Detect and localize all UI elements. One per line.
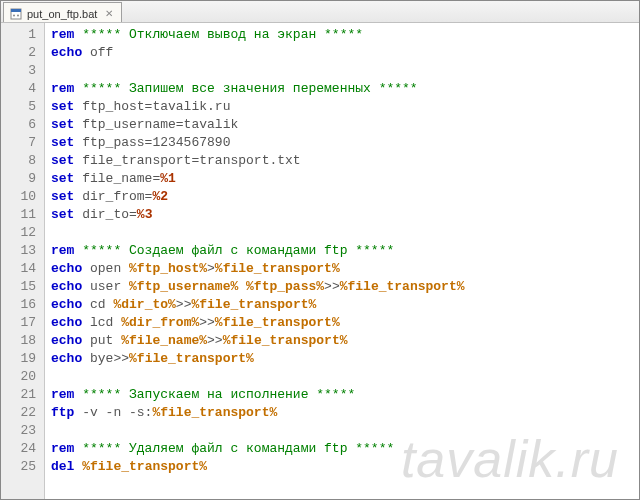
code-line[interactable]: rem ***** Запускаем на исполнение ***** — [51, 386, 639, 404]
editor-area[interactable]: 1234567891011121314151617181920212223242… — [1, 23, 639, 499]
code-line[interactable]: echo put %file_name%>>%file_transport% — [51, 332, 639, 350]
line-number: 12 — [1, 224, 44, 242]
editor-window: put_on_ftp.bat ✕ 12345678910111213141516… — [0, 0, 640, 500]
line-number: 21 — [1, 386, 44, 404]
close-icon[interactable]: ✕ — [105, 8, 113, 19]
line-number: 7 — [1, 134, 44, 152]
line-number: 6 — [1, 116, 44, 134]
file-tab[interactable]: put_on_ftp.bat ✕ — [3, 2, 122, 22]
code-line[interactable]: ftp -v -n -s:%file_transport% — [51, 404, 639, 422]
code-line[interactable]: set ftp_host=tavalik.ru — [51, 98, 639, 116]
code-line[interactable]: rem ***** Отключаем вывод на экран ***** — [51, 26, 639, 44]
code-line[interactable]: set file_name=%1 — [51, 170, 639, 188]
code-line[interactable]: echo off — [51, 44, 639, 62]
code-line[interactable]: set file_transport=transport.txt — [51, 152, 639, 170]
line-number: 17 — [1, 314, 44, 332]
code-line[interactable]: echo bye>>%file_transport% — [51, 350, 639, 368]
line-number: 20 — [1, 368, 44, 386]
code-line[interactable]: echo lcd %dir_from%>>%file_transport% — [51, 314, 639, 332]
code-line[interactable]: echo user %ftp_username% %ftp_pass%>>%fi… — [51, 278, 639, 296]
code-line[interactable]: rem ***** Запишем все значения переменны… — [51, 80, 639, 98]
svg-point-3 — [17, 14, 19, 16]
code-content[interactable]: rem ***** Отключаем вывод на экран *****… — [45, 23, 639, 499]
line-number: 9 — [1, 170, 44, 188]
code-line[interactable] — [51, 224, 639, 242]
code-line[interactable]: rem ***** Удаляем файл с командами ftp *… — [51, 440, 639, 458]
tab-filename: put_on_ftp.bat — [27, 8, 97, 20]
code-line[interactable]: echo open %ftp_host%>%file_transport% — [51, 260, 639, 278]
line-number: 10 — [1, 188, 44, 206]
line-number: 18 — [1, 332, 44, 350]
code-line[interactable] — [51, 422, 639, 440]
svg-rect-1 — [11, 9, 21, 12]
line-number: 4 — [1, 80, 44, 98]
code-line[interactable]: del %file_transport% — [51, 458, 639, 476]
line-number: 13 — [1, 242, 44, 260]
line-number: 2 — [1, 44, 44, 62]
line-number-gutter: 1234567891011121314151617181920212223242… — [1, 23, 45, 499]
code-line[interactable]: set ftp_pass=1234567890 — [51, 134, 639, 152]
line-number: 22 — [1, 404, 44, 422]
code-line[interactable] — [51, 368, 639, 386]
code-line[interactable]: set ftp_username=tavalik — [51, 116, 639, 134]
code-line[interactable]: set dir_to=%3 — [51, 206, 639, 224]
tab-bar: put_on_ftp.bat ✕ — [1, 1, 639, 23]
line-number: 25 — [1, 458, 44, 476]
line-number: 24 — [1, 440, 44, 458]
code-line[interactable] — [51, 62, 639, 80]
code-line[interactable]: set dir_from=%2 — [51, 188, 639, 206]
line-number: 11 — [1, 206, 44, 224]
svg-point-2 — [13, 14, 15, 16]
line-number: 16 — [1, 296, 44, 314]
line-number: 5 — [1, 98, 44, 116]
line-number: 8 — [1, 152, 44, 170]
batch-file-icon — [10, 8, 22, 20]
line-number: 1 — [1, 26, 44, 44]
line-number: 3 — [1, 62, 44, 80]
code-line[interactable]: rem ***** Создаем файл с командами ftp *… — [51, 242, 639, 260]
line-number: 15 — [1, 278, 44, 296]
line-number: 19 — [1, 350, 44, 368]
code-line[interactable]: echo cd %dir_to%>>%file_transport% — [51, 296, 639, 314]
line-number: 14 — [1, 260, 44, 278]
line-number: 23 — [1, 422, 44, 440]
